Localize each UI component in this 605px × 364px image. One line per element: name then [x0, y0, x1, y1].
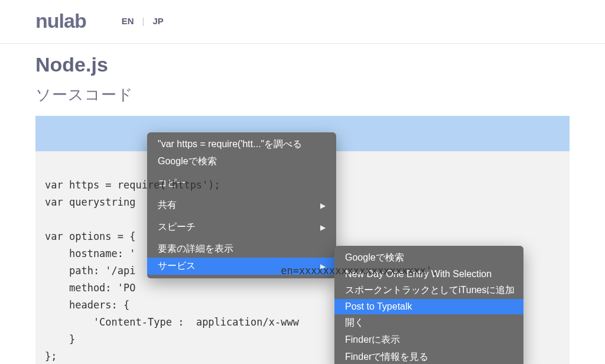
lang-en[interactable]: EN	[122, 16, 134, 26]
code-text: var https = require('https'); var querys…	[45, 177, 560, 364]
selection-highlight	[35, 116, 570, 134]
header: nulab EN | JP	[0, 0, 605, 44]
language-switcher: EN | JP	[122, 16, 164, 26]
menu-google-search[interactable]: Googleで検索	[147, 153, 336, 170]
logo[interactable]: nulab	[35, 9, 86, 32]
section-title: ソースコード	[35, 84, 570, 105]
menu-lookup[interactable]: "var https = require('htt..."を調べる	[147, 136, 336, 153]
page-content: Node.js ソースコード var https = require('http…	[0, 44, 605, 364]
page-title: Node.js	[35, 53, 570, 76]
lang-separator: |	[142, 16, 145, 26]
lang-jp[interactable]: JP	[152, 16, 163, 26]
